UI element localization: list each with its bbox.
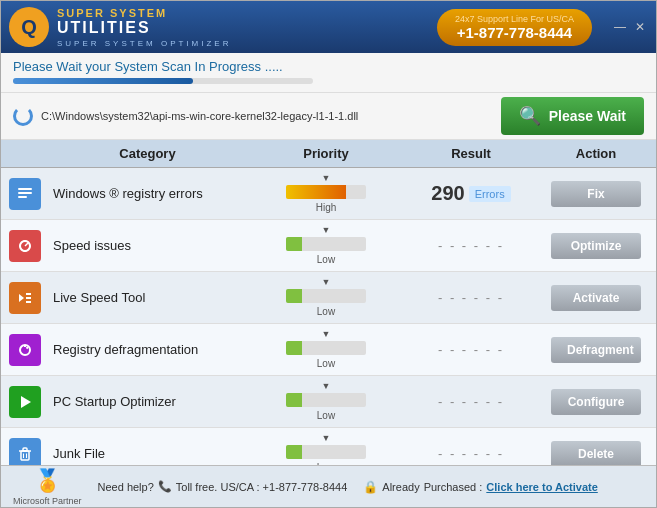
main-window: Q SUPER SYSTEM UTILITIES SUPER SYSTEM OP… — [0, 0, 657, 508]
activate-button[interactable]: Activate — [551, 285, 641, 311]
priority-fill-junk — [286, 445, 302, 459]
priority-bar-speed — [286, 237, 366, 251]
row-icon-defrag — [1, 324, 49, 375]
please-wait-label: Please Wait — [549, 108, 626, 124]
tool-icon-box — [9, 282, 41, 314]
phone-icon: 📞 — [158, 480, 172, 493]
row-icon-tool — [1, 272, 49, 323]
priority-fill-startup — [286, 393, 302, 407]
startup-icon-box — [9, 386, 41, 418]
row-priority-tool: ▼ Low — [246, 278, 406, 317]
row-category-speed: Speed issues — [49, 238, 246, 253]
fix-button[interactable]: Fix — [551, 181, 641, 207]
priority-label-tool: Low — [317, 306, 335, 317]
result-number-registry: 290 — [431, 182, 464, 205]
svg-rect-10 — [23, 448, 27, 451]
priority-fill-speed — [286, 237, 302, 251]
logo-icon: Q — [9, 7, 49, 47]
logo-title-utilities: UTILITIES — [57, 19, 231, 37]
configure-button[interactable]: Configure — [551, 389, 641, 415]
priority-arrow-speed: ▼ — [322, 226, 331, 235]
priority-arrow-registry: ▼ — [322, 174, 331, 183]
ms-partner-area: 🏅 Microsoft Partner — [13, 468, 82, 506]
ms-partner-label: Microsoft Partner — [13, 496, 82, 506]
defrag-icon-box — [9, 334, 41, 366]
table-row: Junk File ▼ Low - - - - - - Delete — [1, 428, 656, 465]
priority-fill-defrag — [286, 341, 302, 355]
need-help-label: Need help? — [98, 481, 154, 493]
row-category-tool: Live Speed Tool — [49, 290, 246, 305]
col-icon-header — [1, 146, 49, 161]
table-body: Windows ® registry errors ▼ High 290 Err… — [1, 168, 656, 465]
table-row: Live Speed Tool ▼ Low - - - - - - Activa… — [1, 272, 656, 324]
priority-label-defrag: Low — [317, 358, 335, 369]
svg-rect-0 — [18, 188, 32, 190]
result-errors-badge: Errors — [469, 186, 511, 202]
support-line: 24x7 Support Line For US/CA — [455, 14, 574, 24]
table-row: Windows ® registry errors ▼ High 290 Err… — [1, 168, 656, 220]
priority-arrow-tool: ▼ — [322, 278, 331, 287]
row-action-startup: Configure — [536, 389, 656, 415]
progress-bar-inner — [13, 78, 193, 84]
row-category-defrag: Registry defragmentation — [49, 342, 246, 357]
row-action-defrag: Defragment — [536, 337, 656, 363]
delete-button[interactable]: Delete — [551, 441, 641, 466]
support-button[interactable]: 24x7 Support Line For US/CA +1-877-778-8… — [437, 9, 592, 46]
logo-title-super: SUPER SYSTEM — [57, 7, 231, 19]
row-category-junk: Junk File — [49, 446, 246, 461]
priority-bar-junk — [286, 445, 366, 459]
close-button[interactable]: ✕ — [632, 19, 648, 35]
row-category-registry: Windows ® registry errors — [49, 186, 246, 201]
col-result-header: Result — [406, 146, 536, 161]
result-dashes-startup: - - - - - - — [438, 394, 504, 409]
defragment-button[interactable]: Defragment — [551, 337, 641, 363]
speed-icon-box — [9, 230, 41, 262]
please-wait-button[interactable]: 🔍 Please Wait — [501, 97, 644, 135]
row-result-startup: - - - - - - — [406, 394, 536, 409]
row-action-speed: Optimize — [536, 233, 656, 259]
lock-icon: 🔒 — [363, 480, 378, 494]
svg-rect-1 — [18, 192, 32, 194]
activate-link[interactable]: Click here to Activate — [486, 481, 597, 493]
priority-bar-startup — [286, 393, 366, 407]
progress-area: Please Wait your System Scan In Progress… — [1, 53, 656, 93]
row-result-defrag: - - - - - - — [406, 342, 536, 357]
priority-bar-registry — [286, 185, 366, 199]
priority-fill-registry — [286, 185, 346, 199]
already-label: Already — [382, 481, 419, 493]
svg-rect-8 — [21, 451, 29, 460]
scan-bar: C:\Windows\system32\api-ms-win-core-kern… — [1, 93, 656, 140]
footer-help-area: Need help? 📞 Toll free. US/CA : +1-877-7… — [98, 480, 348, 493]
svg-rect-2 — [18, 196, 27, 198]
row-priority-registry: ▼ High — [246, 174, 406, 213]
result-dashes-speed: - - - - - - — [438, 238, 504, 253]
table-row: Registry defragmentation ▼ Low - - - - -… — [1, 324, 656, 376]
junk-icon-box — [9, 438, 41, 466]
table-row: Speed issues ▼ Low - - - - - - Optimize — [1, 220, 656, 272]
result-dashes-tool: - - - - - - — [438, 290, 504, 305]
scan-path: C:\Windows\system32\api-ms-win-core-kern… — [41, 110, 491, 122]
result-dashes-defrag: - - - - - - — [438, 342, 504, 357]
row-priority-speed: ▼ Low — [246, 226, 406, 265]
toll-free-label: Toll free. US/CA : +1-877-778-8444 — [176, 481, 348, 493]
table-container: Category Priority Result Action Windows … — [1, 140, 656, 465]
priority-label-speed: Low — [317, 254, 335, 265]
scan-spinner-icon — [13, 106, 33, 126]
row-icon-junk — [1, 428, 49, 465]
row-icon-registry — [1, 168, 49, 219]
optimize-button[interactable]: Optimize — [551, 233, 641, 259]
priority-label-startup: Low — [317, 410, 335, 421]
row-icon-speed — [1, 220, 49, 271]
support-number: +1-877-778-8444 — [455, 24, 574, 41]
priority-bar-tool — [286, 289, 366, 303]
priority-bar-defrag — [286, 341, 366, 355]
priority-arrow-startup: ▼ — [322, 382, 331, 391]
row-action-junk: Delete — [536, 441, 656, 466]
priority-label-registry: High — [316, 202, 337, 213]
window-controls: — ✕ — [612, 19, 648, 35]
svg-marker-7 — [21, 396, 31, 408]
logo-area: Q SUPER SYSTEM UTILITIES SUPER SYSTEM OP… — [9, 7, 231, 48]
minimize-button[interactable]: — — [612, 19, 628, 35]
logo-text-area: SUPER SYSTEM UTILITIES SUPER SYSTEM OPTI… — [57, 7, 231, 48]
col-priority-header: Priority — [246, 146, 406, 161]
